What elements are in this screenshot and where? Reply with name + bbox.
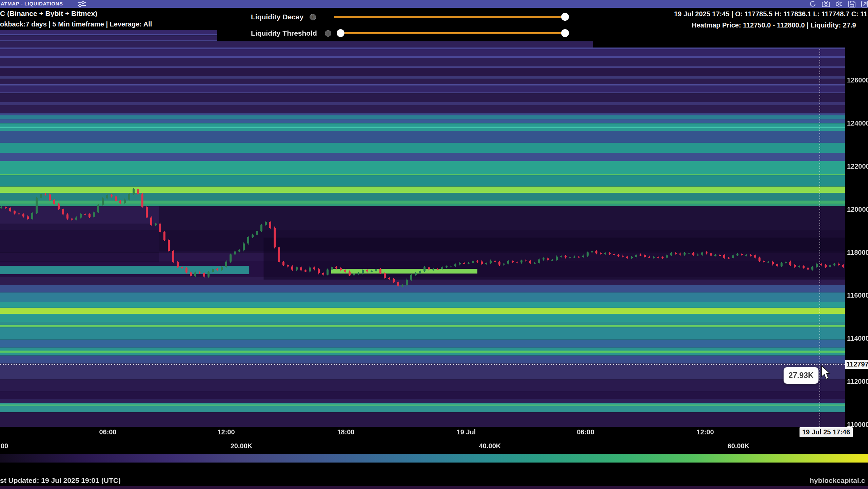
title-bar bbox=[0, 0, 868, 8]
liquidity-colorbar bbox=[0, 454, 868, 463]
liquidity-decay-info-icon[interactable]: i bbox=[310, 14, 316, 20]
filter-sliders-icon[interactable] bbox=[77, 1, 86, 7]
y-axis-label: 116000 bbox=[847, 291, 868, 299]
y-axis-label: 114000 bbox=[847, 335, 868, 342]
colorbar-tick-label: 40.00K bbox=[479, 442, 501, 450]
crosshair-price-badge: 112797 bbox=[845, 360, 868, 369]
liquidity-decay-handle[interactable] bbox=[561, 13, 569, 21]
crosshair-time-badge: 19 Jul 25 17:46 bbox=[800, 427, 853, 437]
symbol-exchanges-text: C (Binance + Bybit + Bitmex) bbox=[0, 10, 97, 18]
x-axis-label: 19 Jul bbox=[457, 428, 476, 436]
colorbar-tick-label: 20.00K bbox=[231, 442, 253, 450]
x-axis-label: 12:00 bbox=[696, 428, 714, 436]
heatmap-price-readout-text: Heatmap Price: 112750.0 - 112800.0 | Liq… bbox=[692, 21, 856, 29]
ohlc-readout-text: 19 Jul 2025 17:45 | O: 117785.5 H: 11783… bbox=[674, 10, 868, 18]
x-axis-label: 18:00 bbox=[337, 428, 354, 436]
refresh-icon[interactable] bbox=[809, 1, 816, 7]
y-axis-label: 118000 bbox=[847, 249, 868, 257]
mouse-cursor bbox=[821, 365, 833, 380]
liquidity-threshold-info-icon[interactable]: i bbox=[325, 30, 331, 37]
y-axis-label: 124000 bbox=[847, 119, 868, 127]
y-axis-label: 112000 bbox=[847, 378, 868, 385]
liquidation-heatmap[interactable] bbox=[0, 0, 868, 489]
liquidity-threshold-slider[interactable] bbox=[339, 32, 566, 34]
camera-icon[interactable] bbox=[822, 1, 830, 7]
lookback-settings-text: okback:7 days | 5 Min timeframe | Levera… bbox=[0, 20, 152, 28]
liquidity-threshold-handle-max[interactable] bbox=[561, 29, 569, 37]
liquidity-threshold-handle-min[interactable] bbox=[337, 29, 344, 37]
colorbar-tick-label: 00 bbox=[1, 442, 8, 450]
last-updated-text: st Updated: 19 Jul 2025 19:01 (UTC) bbox=[0, 476, 121, 485]
x-axis-label: 06:00 bbox=[577, 428, 594, 436]
settings-icon[interactable] bbox=[835, 1, 843, 7]
y-axis-label: 126000 bbox=[847, 76, 868, 84]
x-axis-label: 12:00 bbox=[217, 428, 235, 436]
y-axis-label: 122000 bbox=[847, 163, 868, 170]
colorbar-tick-label: 60.00K bbox=[728, 442, 750, 450]
save-icon[interactable] bbox=[848, 1, 855, 7]
page-title: ATMAP - LIQUIDATIONS bbox=[1, 1, 63, 6]
x-axis-label: 06:00 bbox=[99, 428, 116, 436]
bottom-edge-strip bbox=[0, 486, 868, 489]
liquidity-decay-slider[interactable] bbox=[334, 16, 566, 18]
liquidity-decay-label: Liquidity Decay bbox=[251, 13, 303, 21]
y-axis-label: 120000 bbox=[847, 206, 868, 213]
watermark-link[interactable]: hyblockcapital.c bbox=[810, 476, 865, 485]
export-icon[interactable] bbox=[861, 1, 868, 7]
liquidity-threshold-label: Liquidity Threshold bbox=[251, 29, 317, 37]
liquidation-heatmap-app: { "title_bar": { "title": "ATMAP - LIQUI… bbox=[0, 0, 868, 489]
liquidity-value-tooltip: 27.93K bbox=[784, 367, 818, 384]
